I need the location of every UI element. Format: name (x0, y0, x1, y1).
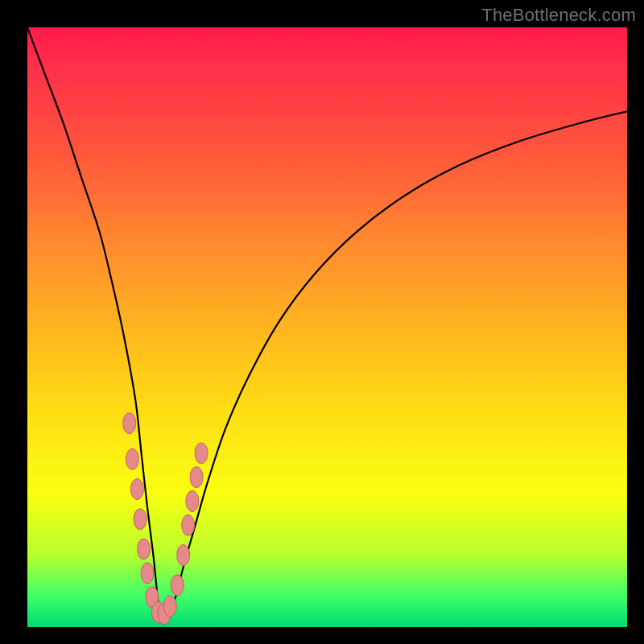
chart-frame: TheBottleneck.com (0, 0, 644, 644)
marker (126, 448, 138, 469)
marker (195, 443, 208, 464)
marker (134, 509, 147, 530)
marker (186, 491, 199, 512)
chart-svg (27, 27, 627, 627)
marker (171, 575, 184, 596)
highlight-markers (123, 413, 208, 625)
watermark-text: TheBottleneck.com (481, 5, 636, 26)
marker (130, 479, 143, 500)
marker (141, 563, 154, 584)
plot-area (27, 27, 627, 627)
marker (123, 413, 136, 434)
marker (190, 467, 203, 488)
bottleneck-curve (27, 27, 627, 616)
marker (177, 545, 190, 566)
marker (182, 514, 195, 535)
marker (163, 596, 176, 617)
marker (138, 539, 151, 559)
